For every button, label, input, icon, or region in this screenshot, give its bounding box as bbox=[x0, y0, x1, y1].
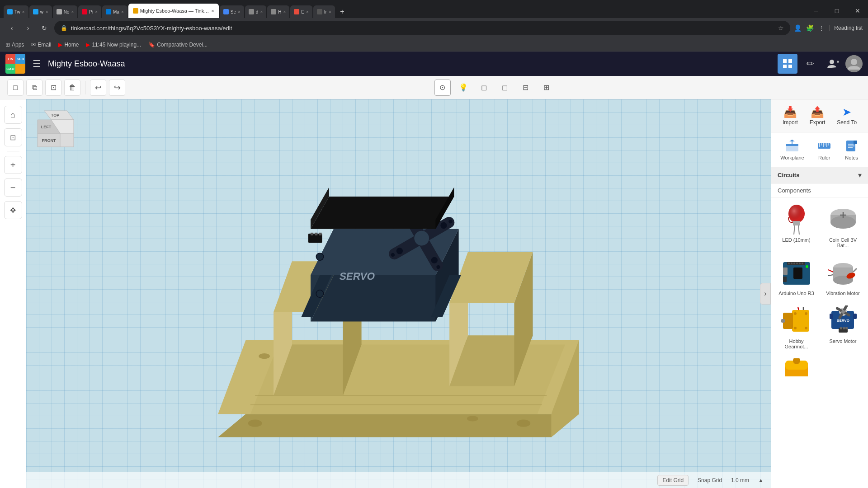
servo-label: Servo Motor bbox=[830, 338, 857, 344]
browser-tab-2[interactable]: w × bbox=[29, 5, 52, 18]
export-panel-btn[interactable]: 📤 Export bbox=[807, 103, 828, 128]
vibration-label: Vibration Motor bbox=[826, 291, 859, 296]
zoom-in-btn[interactable]: + bbox=[4, 156, 22, 174]
bookmark-email[interactable]: ✉ Email bbox=[31, 42, 51, 48]
forward-btn[interactable]: › bbox=[22, 22, 34, 34]
component-led[interactable]: LED (10mm) bbox=[776, 202, 817, 250]
svg-rect-128 bbox=[843, 327, 845, 329]
send-to-panel-btn[interactable]: ➤ Send To bbox=[834, 103, 859, 128]
extensions-icon[interactable]: 🧩 bbox=[806, 24, 814, 32]
workplane-tool-btn[interactable]: Workplane bbox=[778, 136, 807, 163]
import-panel-btn[interactable]: 📥 Import bbox=[780, 103, 801, 128]
minimize-btn[interactable]: ─ bbox=[806, 4, 826, 18]
logo[interactable]: TIN KER CAD bbox=[5, 54, 25, 74]
nav-cube[interactable]: TOP FRONT LEFT bbox=[35, 108, 76, 149]
pencil-view-btn[interactable]: ✏ bbox=[800, 54, 820, 74]
component-battery2[interactable] bbox=[776, 357, 817, 378]
svg-point-81 bbox=[788, 205, 805, 223]
copy-btn[interactable]: ⧉ bbox=[26, 80, 42, 96]
led-label: LED (10mm) bbox=[782, 237, 810, 243]
close-btn[interactable]: ✕ bbox=[847, 4, 868, 18]
bookmark-star-icon[interactable]: ☆ bbox=[778, 24, 784, 32]
align-tool-btn[interactable]: ⊟ bbox=[518, 80, 534, 96]
browser-tab-9[interactable]: H × bbox=[267, 5, 289, 18]
snap-up-icon[interactable]: ▲ bbox=[758, 477, 764, 483]
redo-btn[interactable]: ↪ bbox=[109, 80, 125, 96]
svg-text:SERVO: SERVO bbox=[837, 319, 849, 323]
component-servo[interactable]: SERVO Servo Motor bbox=[822, 303, 863, 351]
fit-view-btn[interactable]: ⊡ bbox=[4, 128, 22, 146]
address-bar[interactable]: 🔒 tinkercad.com/things/6q2Vc50S3YX-might… bbox=[54, 21, 790, 35]
collapse-panel-btn[interactable]: › bbox=[760, 283, 771, 305]
home-view-btn[interactable]: ⌂ bbox=[4, 106, 22, 124]
ruler-tool-btn[interactable]: Ruler bbox=[814, 136, 834, 163]
svg-line-106 bbox=[853, 268, 857, 272]
component-vibration[interactable]: Vibration Motor bbox=[822, 255, 863, 298]
svg-rect-50 bbox=[311, 233, 313, 235]
ruler-label: Ruler bbox=[818, 155, 830, 160]
back-btn[interactable]: ‹ bbox=[5, 22, 18, 34]
add-user-btn[interactable] bbox=[823, 54, 843, 74]
grid-view-active-btn[interactable] bbox=[778, 54, 797, 74]
svg-point-47 bbox=[316, 290, 323, 297]
browser-tab-8[interactable]: d × bbox=[245, 5, 266, 18]
browser-tab-10[interactable]: E × bbox=[290, 5, 312, 18]
tab-close-btn[interactable]: × bbox=[211, 8, 214, 14]
apps-icon: ⊞ bbox=[5, 42, 10, 48]
browser-tab-active[interactable]: Mighty Esboo-Waasa — Tinkercad × bbox=[128, 4, 219, 18]
browser-tab-11[interactable]: Ir × bbox=[313, 5, 335, 18]
user-avatar-btn[interactable] bbox=[845, 55, 863, 72]
browser-titlebar: Tw × w × No × Pi × Ma × bbox=[0, 0, 868, 18]
component-gearmotor[interactable]: Hobby Gearmot... bbox=[776, 303, 817, 351]
bookmark-playing[interactable]: ▶ 11:45 Now playing... bbox=[86, 42, 141, 48]
profile-icon[interactable]: 👤 bbox=[794, 24, 802, 32]
toolbar: □ ⧉ ⊡ 🗑 ↩ ↪ ⊙ 💡 ◻ ◻ ⊟ ⊞ bbox=[0, 76, 868, 99]
component-battery[interactable]: Coin Cell 3V Bat... bbox=[822, 202, 863, 250]
svg-point-100 bbox=[802, 263, 803, 264]
bookmark-home[interactable]: ▶ Home bbox=[58, 42, 79, 48]
battery-icon bbox=[827, 204, 859, 235]
bookmark-comparative[interactable]: 🔖 Comparative Devel... bbox=[148, 42, 208, 48]
browser-window: Tw × w × No × Pi × Ma × bbox=[0, 0, 868, 52]
new-tab-btn[interactable]: + bbox=[336, 5, 349, 18]
circuits-dropdown-icon[interactable]: ▾ bbox=[858, 171, 862, 179]
zoom-out-btn[interactable]: − bbox=[4, 178, 22, 197]
shape-tool-btn[interactable]: ◻ bbox=[476, 80, 492, 96]
home-icon: ▶ bbox=[58, 42, 62, 48]
svg-point-15 bbox=[248, 419, 262, 427]
svg-point-48 bbox=[316, 253, 323, 260]
panel-top-actions: 📥 Import 📤 Export ➤ Send To bbox=[771, 99, 868, 132]
new-shape-btn[interactable]: □ bbox=[7, 80, 24, 96]
camera-tool-btn[interactable]: ⊙ bbox=[434, 80, 451, 96]
bookmark-apps[interactable]: ⊞ Apps bbox=[5, 42, 24, 48]
reading-list-btn[interactable]: Reading list bbox=[829, 25, 863, 31]
header-menu-icon[interactable]: ☰ bbox=[33, 58, 41, 69]
browser-tab-1[interactable]: Tw × bbox=[4, 5, 28, 18]
browser-tab-4[interactable]: Pi × bbox=[78, 5, 101, 18]
svg-line-83 bbox=[794, 225, 795, 235]
svg-rect-111 bbox=[781, 319, 785, 323]
undo-btn[interactable]: ↩ bbox=[90, 80, 106, 96]
notes-tool-btn[interactable]: Notes bbox=[842, 136, 862, 163]
transform-btn[interactable]: ✥ bbox=[4, 201, 22, 219]
outline-tool-btn[interactable]: ◻ bbox=[497, 80, 513, 96]
maximize-btn[interactable]: □ bbox=[826, 4, 847, 18]
paste-btn[interactable]: ⊡ bbox=[45, 80, 61, 96]
browser-tab-3[interactable]: No × bbox=[53, 5, 78, 18]
delete-btn[interactable]: 🗑 bbox=[64, 80, 80, 96]
svg-rect-120 bbox=[853, 314, 857, 319]
refresh-btn[interactable]: ↻ bbox=[38, 22, 51, 34]
browser-tab-7[interactable]: Se × bbox=[220, 5, 244, 18]
browser-tab-5[interactable]: Ma × bbox=[102, 5, 127, 18]
svg-text:TOP: TOP bbox=[51, 113, 59, 117]
browser-right-icons: 👤 🧩 ⋮ Reading list bbox=[794, 24, 863, 32]
snap-grid-label: Snap Grid bbox=[698, 477, 722, 483]
viewport[interactable]: SERVO bbox=[26, 99, 771, 488]
component-arduino[interactable]: Arduino Uno R3 bbox=[776, 255, 817, 298]
settings-icon[interactable]: ⋮ bbox=[818, 24, 825, 32]
svg-point-99 bbox=[799, 263, 801, 264]
edit-grid-btn[interactable]: Edit Grid bbox=[657, 475, 689, 486]
light-tool-btn[interactable]: 💡 bbox=[455, 80, 472, 96]
mirror-tool-btn[interactable]: ⊞ bbox=[538, 80, 555, 96]
svg-rect-91 bbox=[783, 267, 788, 275]
